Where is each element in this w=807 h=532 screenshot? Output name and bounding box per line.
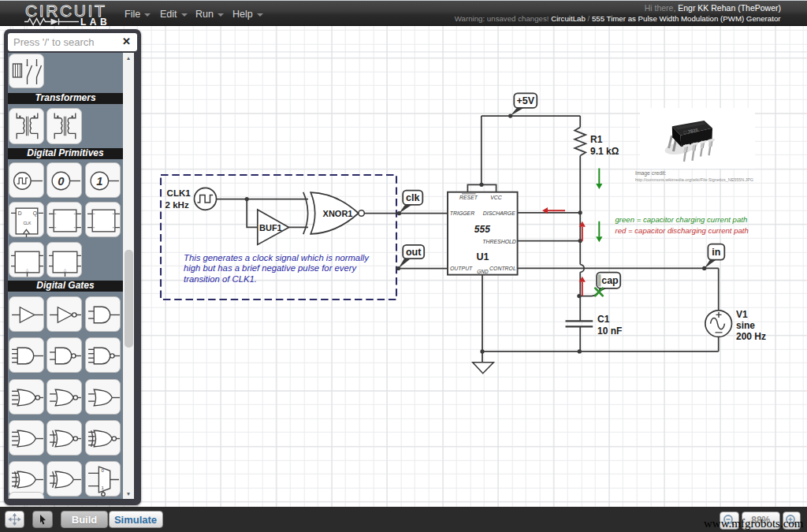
svg-text:DISCHARGE: DISCHARGE — [483, 210, 515, 216]
svg-text:2 kHz: 2 kHz — [165, 200, 189, 210]
svg-text:cap: cap — [601, 275, 619, 286]
svg-text:OUTPUT: OUTPUT — [450, 266, 473, 271]
svg-text:+5V: +5V — [517, 95, 535, 106]
svg-text:1: 1 — [96, 174, 102, 187]
svg-text:GND: GND — [477, 269, 489, 274]
svg-text:CLK1: CLK1 — [167, 188, 192, 198]
svg-text:Q: Q — [32, 210, 36, 217]
svg-text:1: 1 — [101, 485, 104, 490]
svg-text:This generates a clock signal: This generates a clock signal which is n… — [184, 253, 370, 262]
svg-text:U1: U1 — [476, 251, 489, 262]
svg-text:XNOR1: XNOR1 — [323, 209, 353, 218]
svg-text:△: △ — [25, 267, 28, 271]
svg-text:in: in — [712, 247, 720, 258]
svg-text:transition of CLK1.: transition of CLK1. — [184, 274, 257, 284]
svg-text:LAB: LAB — [80, 17, 110, 27]
svg-text:CONTROL: CONTROL — [489, 266, 516, 271]
svg-text:D: D — [17, 210, 21, 216]
svg-text:TRIGGER: TRIGGER — [450, 210, 474, 216]
svg-text:BUF1: BUF1 — [259, 223, 282, 233]
svg-text:0: 0 — [101, 467, 104, 473]
svg-text:RESET: RESET — [459, 195, 478, 200]
svg-text:CLK: CLK — [23, 221, 32, 225]
svg-text:Image credit:: Image credit: — [635, 170, 666, 177]
svg-text:△: △ — [64, 267, 67, 271]
svg-text:10 nF: 10 nF — [597, 326, 622, 337]
svg-text:clk: clk — [406, 192, 419, 203]
svg-text:http://commons.wikimedia.org/w: http://commons.wikimedia.org/wiki/File:S… — [635, 177, 753, 182]
svg-text:555: 555 — [474, 224, 490, 235]
svg-text:9.1 kΩ: 9.1 kΩ — [590, 146, 619, 157]
svg-text:R1: R1 — [590, 134, 603, 145]
svg-text:200 Hz: 200 Hz — [736, 331, 766, 342]
svg-text:VCC: VCC — [490, 195, 503, 200]
svg-text:C1: C1 — [597, 314, 610, 325]
svg-text:sine: sine — [736, 320, 755, 331]
svg-text:green = capacitor charging cur: green = capacitor charging current path — [615, 215, 748, 224]
svg-text:0: 0 — [58, 174, 65, 187]
svg-text:high but has a brief negative: high but has a brief negative pulse for … — [184, 263, 358, 273]
svg-text:out: out — [406, 247, 422, 258]
svg-text:THRESHOLD: THRESHOLD — [482, 239, 516, 244]
svg-text:red = capacitor discharging cu: red = capacitor discharging current path — [615, 226, 749, 235]
svg-text:V1: V1 — [736, 309, 748, 320]
